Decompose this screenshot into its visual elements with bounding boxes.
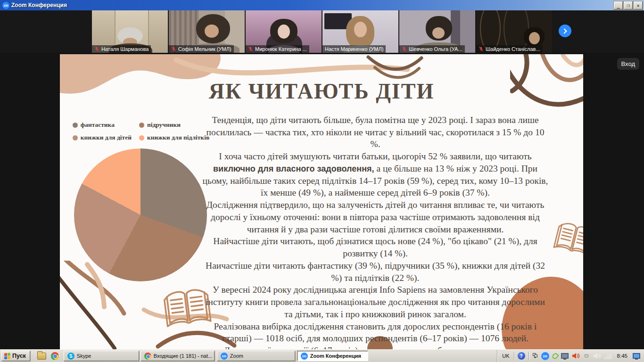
- participant-tile[interactable]: Софія Мельник (УМЛ): [169, 10, 245, 53]
- chrome-icon: [144, 353, 151, 360]
- slide-text: Тенденція, що діти читають більше, була …: [201, 114, 549, 349]
- slide-paragraph: Дослідження підтвердило, що на залученіс…: [201, 199, 549, 235]
- legend-item: книжки для підлітків: [139, 134, 209, 141]
- participant-name: Шевченко Ольга (УА...: [409, 46, 462, 52]
- participant-tile[interactable]: Шевченко Ольга (УА...: [399, 10, 475, 53]
- participant-nameplate: Наталя Шарманова: [92, 45, 151, 53]
- taskbar-button-skype[interactable]: S Skype: [64, 351, 139, 361]
- legend-item: книжки для дітей: [73, 134, 132, 141]
- tray-separator: [514, 352, 514, 360]
- taskbar: Пуск S Skype Входящие (1 181) - nat... z…: [0, 349, 644, 362]
- participant-name: Настя Мариненко (УМЛ): [325, 46, 383, 52]
- window-titlebar[interactable]: zm Zoom Конференция _ ❐ ✕: [0, 0, 644, 10]
- legend-item: фантастика: [73, 121, 132, 129]
- language-indicator[interactable]: UK: [501, 353, 510, 359]
- start-button[interactable]: Пуск: [1, 351, 30, 361]
- restore-button[interactable]: ❐: [624, 1, 633, 9]
- show-desktop-icon[interactable]: [633, 353, 640, 359]
- shared-slide: ЯК ЧИТАЮТЬ ДІТИ фантастика підручники кн…: [60, 54, 583, 349]
- system-tray: UK ? zm 8:45: [497, 350, 644, 362]
- participant-tile[interactable]: Наталя Шарманова: [92, 10, 168, 53]
- tray-separator: [528, 352, 529, 360]
- legend-dot: [139, 135, 144, 140]
- zoom-tray-icon[interactable]: zm: [541, 352, 549, 360]
- slide-paragraph: Для дитячої аудиторії (6–17 років) прове…: [201, 345, 549, 349]
- participant-nameplate: Софія Мельник (УМЛ): [169, 45, 234, 53]
- participant-nameplate: Шайденко Станіслав...: [476, 45, 543, 53]
- participant-name: Шайденко Станіслав...: [486, 46, 540, 52]
- slide-paragraph: У вересні 2024 року дослідницька агенція…: [201, 284, 549, 320]
- legend-dot: [139, 123, 144, 128]
- open-book-icon: [551, 212, 583, 265]
- participant-name: Миронюк Катерина ...: [255, 46, 307, 52]
- legend-dot: [73, 123, 78, 128]
- slide-paragraph: Наичастіше діти читають фантастику (39 %…: [201, 260, 549, 284]
- slide-paragraph: Найчастіше діти читають, щоб дізнатися щ…: [201, 235, 549, 259]
- screen-share-stage: Вход: [0, 53, 644, 349]
- participant-tile-active-speaker[interactable]: Настя Мариненко (УМЛ): [322, 10, 398, 53]
- zoom-icon: zm: [221, 353, 228, 360]
- participant-name: Софія Мельник (УМЛ): [178, 46, 231, 52]
- video-strip: Наталя Шарманова Софія Мельник (УМЛ) Мир…: [0, 10, 644, 53]
- participant-tile[interactable]: Шайденко Станіслав...: [476, 10, 552, 53]
- pie-chart: [74, 148, 207, 281]
- pie-legend: фантастика підручники книжки для дітей к…: [70, 121, 212, 141]
- next-participants-button[interactable]: [559, 25, 571, 37]
- hide-tray-icons-icon[interactable]: [532, 353, 538, 359]
- slide-paragraph: Тенденція, що діти читають більше, була …: [201, 114, 549, 150]
- slide-paragraph: І хоча часто дітей змушують читати батьк…: [201, 150, 549, 199]
- mic-muted-icon: [171, 46, 176, 52]
- chevron-right-icon: [561, 28, 567, 33]
- minimize-button[interactable]: _: [614, 1, 623, 9]
- participant-tile[interactable]: Миронюк Катерина ...: [246, 10, 322, 53]
- skype-icon: S: [67, 353, 74, 360]
- plug-device-icon[interactable]: [583, 353, 590, 359]
- participant-nameplate: Миронюк Катерина ...: [246, 45, 309, 53]
- mic-muted-icon: [402, 46, 407, 52]
- clock: 8:45: [615, 353, 629, 359]
- mic-muted-icon: [94, 46, 99, 52]
- speaker-icon[interactable]: [593, 353, 601, 359]
- quick-launch: [37, 352, 59, 360]
- legend-item: підручники: [139, 121, 209, 129]
- participant-name: Наталя Шарманова: [101, 46, 149, 52]
- legend-dot: [73, 135, 78, 140]
- window-title: Zoom Конференция: [11, 2, 67, 8]
- help-icon[interactable]: ?: [518, 352, 525, 360]
- taskbar-button-zoom[interactable]: zm Zoom: [217, 351, 295, 361]
- taskbar-button-zoom-conference[interactable]: zm Zoom Конференция: [297, 351, 368, 361]
- slide-paragraph: Реалізована вибірка дослідження становит…: [201, 321, 549, 345]
- mic-muted-icon: [248, 46, 253, 52]
- display-tray-icon[interactable]: [561, 353, 569, 359]
- participant-nameplate: Шевченко Ольга (УА...: [399, 45, 465, 53]
- zoom-icon: zm: [301, 353, 308, 360]
- close-button[interactable]: ✕: [634, 1, 643, 9]
- leaf-tray-icon[interactable]: [551, 352, 559, 360]
- file-explorer-icon[interactable]: [37, 353, 46, 360]
- mic-muted-icon: [479, 46, 484, 52]
- slide-title: ЯК ЧИТАЮТЬ ДІТИ: [60, 79, 583, 104]
- windows-logo-icon: [4, 353, 10, 359]
- signal-strength-icon[interactable]: [604, 353, 612, 359]
- taskbar-button-browser-mail[interactable]: Входящие (1 181) - nat...: [140, 351, 215, 361]
- zoom-app-icon: zm: [2, 2, 9, 9]
- volume-warning-icon[interactable]: [572, 353, 580, 359]
- zoom-app-window: zm Zoom Конференция _ ❐ ✕ Наталя Шармано…: [0, 0, 644, 362]
- chrome-icon[interactable]: [51, 352, 59, 360]
- participant-nameplate: Настя Мариненко (УМЛ): [322, 45, 386, 53]
- join-entry-button[interactable]: Вход: [617, 58, 639, 70]
